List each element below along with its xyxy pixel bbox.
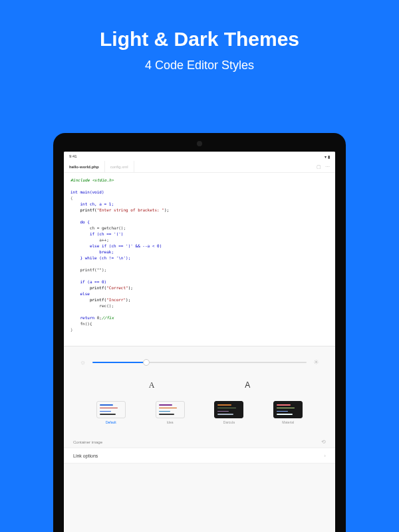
themes-row: Default Idea bbox=[64, 401, 335, 424]
layout-icon[interactable]: ▢ bbox=[317, 164, 321, 170]
theme-label: Idea bbox=[167, 420, 174, 424]
settings-panel: ☼ ☀ A A Defau bbox=[64, 346, 335, 532]
theme-darcula[interactable]: Darcula bbox=[214, 401, 243, 424]
theme-idea[interactable]: Idea bbox=[156, 401, 185, 424]
container-image-section: Container image ⟲ bbox=[64, 434, 335, 448]
link-options-row[interactable]: Link options › bbox=[64, 448, 335, 464]
hero-title: Light & Dark Themes bbox=[0, 28, 399, 51]
hero-subtitle: 4 Code Editor Styles bbox=[0, 59, 399, 72]
status-icons: ▾ ▮ bbox=[325, 154, 330, 159]
font-sample-sans[interactable]: A bbox=[245, 380, 250, 390]
font-sample-serif[interactable]: A bbox=[149, 380, 155, 390]
theme-swatch-material bbox=[273, 401, 303, 418]
status-time: 9:41 bbox=[69, 154, 77, 158]
section-title: Container image bbox=[73, 440, 102, 444]
tablet-camera bbox=[197, 141, 202, 146]
sun-small-icon: ☼ bbox=[80, 358, 86, 366]
chevron-right-icon: › bbox=[324, 453, 326, 459]
font-size-row: A A bbox=[64, 380, 335, 390]
tablet-screen: 9:41 ▾ ▮ hello-world.php config.xml ▢ ⋯ … bbox=[64, 152, 335, 532]
editor-tab-bar: hello-world.php config.xml ▢ ⋯ bbox=[64, 161, 335, 173]
theme-label: Darcula bbox=[223, 420, 235, 424]
brightness-slider[interactable] bbox=[92, 362, 307, 363]
theme-default[interactable]: Default bbox=[96, 401, 126, 424]
theme-label: Material bbox=[282, 420, 294, 424]
status-bar: 9:41 ▾ ▮ bbox=[64, 152, 335, 161]
tab-inactive[interactable]: config.xml bbox=[104, 161, 134, 172]
theme-swatch-idea bbox=[156, 401, 185, 418]
theme-label: Default bbox=[106, 420, 116, 424]
wifi-icon: ▾ bbox=[325, 154, 327, 159]
slider-fill bbox=[92, 362, 146, 363]
slider-thumb[interactable] bbox=[143, 359, 150, 366]
theme-swatch-darcula bbox=[214, 401, 243, 418]
tablet-device: 9:41 ▾ ▮ hello-world.php config.xml ▢ ⋯ … bbox=[53, 133, 346, 532]
brightness-slider-row: ☼ ☀ bbox=[64, 358, 335, 366]
sun-large-icon: ☀ bbox=[313, 358, 319, 366]
theme-swatch-default bbox=[96, 401, 126, 418]
tab-active[interactable]: hello-world.php bbox=[64, 161, 104, 172]
option-label: Link options bbox=[73, 454, 98, 458]
more-icon[interactable]: ⋯ bbox=[325, 164, 330, 170]
code-editor[interactable]: #include <stdio.h> int main(void) { int … bbox=[64, 173, 335, 346]
battery-icon: ▮ bbox=[328, 154, 330, 159]
reset-icon[interactable]: ⟲ bbox=[321, 439, 326, 445]
theme-material[interactable]: Material bbox=[273, 401, 303, 424]
